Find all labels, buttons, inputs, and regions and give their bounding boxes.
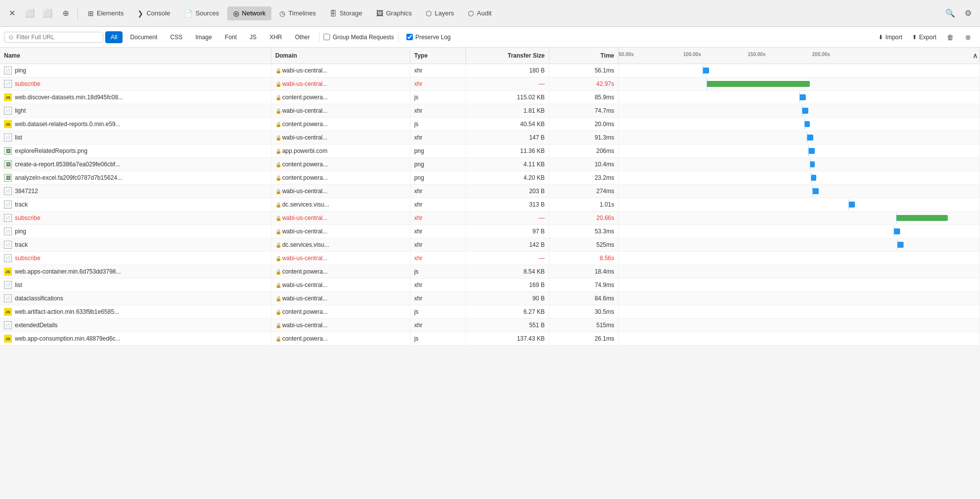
table-row[interactable]: JS web.apps-container.min.6d753dd3798...… — [0, 265, 980, 279]
cell-time: 85.9ms — [549, 91, 618, 104]
settings-button[interactable]: ⚙ — [960, 5, 976, 21]
domain-text: wabi-us-central... — [282, 134, 327, 141]
table-row[interactable]: 📄 subscribe 🔒wabi-us-central... xhr — 20… — [0, 212, 980, 225]
lock-icon: 🔒 — [275, 68, 281, 73]
cell-type: png — [410, 144, 465, 158]
tab-storage[interactable]: 🗄 Storage — [324, 6, 368, 20]
filter-css[interactable]: CSS — [165, 31, 188, 43]
tab-sources[interactable]: 📄 Sources — [178, 6, 225, 20]
cell-domain: 🔒content.powera... — [271, 158, 410, 171]
table-row[interactable]: 📄 dataclassifications 🔒wabi-us-central..… — [0, 292, 980, 305]
domain-text: content.powera... — [282, 121, 328, 128]
filter-js[interactable]: JS — [244, 31, 262, 43]
tab-console[interactable]: ❯ Console — [131, 6, 176, 20]
preserve-log-label[interactable]: Preserve Log — [402, 32, 455, 43]
row-name-text: extendedDetails — [15, 322, 58, 329]
cell-time: 30.5ms — [549, 305, 618, 319]
cell-timeline — [618, 158, 980, 171]
cell-time: 20.0ms — [549, 118, 618, 131]
timeline-bar-container — [619, 226, 877, 237]
cell-time: 42.97s — [549, 77, 618, 91]
export-button[interactable]: ⬆ Export — [908, 32, 940, 43]
row-name-text: ping — [15, 67, 26, 74]
table-row[interactable]: 📄 track 🔒dc.services.visu... xhr 313 B 1… — [0, 198, 980, 212]
header-name[interactable]: Name — [0, 48, 271, 64]
table-row[interactable]: 📄 track 🔒dc.services.visu... xhr 142 B 5… — [0, 238, 980, 252]
tab-network[interactable]: ◎ Network — [227, 6, 272, 20]
cell-type: js — [410, 305, 465, 319]
table-row[interactable]: 🖼 exploreRelatedReports.png 🔒app.powerbi… — [0, 144, 980, 158]
table-row[interactable]: 🖼 analyzeIn-excel.fa209fc0787d7b15624...… — [0, 171, 980, 185]
header-type[interactable]: Type — [410, 48, 465, 64]
filterbar: ⊙ All Document CSS Image Font JS XHR Oth… — [0, 27, 980, 48]
timeline-bar-container — [619, 78, 877, 89]
tab-timelines[interactable]: ◷ Timelines — [273, 6, 322, 20]
cell-type: js — [410, 332, 465, 346]
filter-input[interactable] — [16, 34, 99, 41]
target-button[interactable]: ⊕ — [58, 5, 73, 21]
timeline-tick-line — [849, 199, 849, 210]
group-media-checkbox[interactable] — [324, 34, 330, 40]
cell-name: JS web.discover-datasets.min.18d945fc08.… — [0, 91, 271, 104]
cell-domain: 🔒content.powera... — [271, 118, 410, 131]
table-row[interactable]: 📄 ping 🔒wabi-us-central... xhr 97 B 53.3… — [0, 225, 980, 238]
table-row[interactable]: 📄 list 🔒wabi-us-central... xhr 147 B 91.… — [0, 131, 980, 144]
preserve-log-checkbox[interactable] — [406, 34, 413, 40]
table-row[interactable]: JS web.artifact-action.min.633f9b1e6585.… — [0, 305, 980, 319]
table-row[interactable]: 📄 subscribe 🔒wabi-us-central... xhr — 8.… — [0, 252, 980, 265]
cell-time: 18.4ms — [549, 265, 618, 279]
tab-elements[interactable]: ⊞ Elements — [82, 6, 130, 20]
timeline-label-100: 100.00s — [683, 52, 701, 57]
table-row[interactable]: JS web.dataset-related-reports.0.min.e59… — [0, 118, 980, 131]
tab-audit[interactable]: ⬡ Audit — [462, 6, 498, 20]
filter-all[interactable]: All — [105, 31, 123, 43]
close-button[interactable]: ✕ — [4, 5, 20, 21]
table-row[interactable]: 📄 light 🔒wabi-us-central... xhr 1.81 KB … — [0, 104, 980, 118]
table-row[interactable]: 📄 3847212 🔒wabi-us-central... xhr 203 B … — [0, 185, 980, 198]
search-button[interactable]: 🔍 — [942, 5, 958, 21]
import-button[interactable]: ⬇ Import — [874, 32, 906, 43]
cell-type: xhr — [410, 279, 465, 292]
timeline-bar — [804, 121, 809, 127]
timeline-label-50: 50.00s — [619, 52, 634, 57]
table-container[interactable]: Name Domain Type Transfer Size Time — [0, 48, 980, 499]
filter-image[interactable]: Image — [190, 31, 217, 43]
lock-icon: 🔒 — [275, 242, 281, 248]
table-row[interactable]: 📄 list 🔒wabi-us-central... xhr 169 B 74.… — [0, 279, 980, 292]
lock-icon: 🔒 — [275, 135, 281, 141]
clear-button[interactable]: 🗑 — [942, 29, 958, 45]
cell-size: 4.11 KB — [465, 158, 549, 171]
table-row[interactable]: 📄 subscribe 🔒wabi-us-central... xhr — 42… — [0, 77, 980, 91]
group-media-label[interactable]: Group Media Requests — [324, 34, 393, 41]
cell-timeline — [618, 332, 980, 346]
filter-icon: ⊙ — [8, 34, 13, 41]
collapse-arrow[interactable]: ∧ — [973, 52, 978, 60]
filter-document[interactable]: Document — [125, 31, 163, 43]
dock-button[interactable]: ⬜ — [40, 5, 56, 21]
table-row[interactable]: 🖼 create-a-report.85386a7ea029fe06cbf...… — [0, 158, 980, 171]
header-domain[interactable]: Domain — [271, 48, 410, 64]
filter-other[interactable]: Other — [289, 31, 315, 43]
table-row[interactable]: 📄 ping 🔒wabi-us-central... xhr 180 B 56.… — [0, 64, 980, 77]
timeline-bar-container — [619, 266, 877, 277]
filter-divider-2 — [398, 32, 398, 42]
cell-name: 📄 subscribe — [0, 212, 271, 225]
tab-graphics[interactable]: 🖼 Graphics — [370, 6, 418, 20]
table-row[interactable]: JS web.app-consumption.min.48879ed6c... … — [0, 332, 980, 346]
cell-size: — — [465, 212, 549, 225]
timeline-bar-container — [619, 172, 877, 183]
timeline-tick-line — [897, 239, 898, 250]
filter2-button[interactable]: ⊗ — [960, 29, 976, 45]
cell-timeline — [618, 265, 980, 279]
filter-font[interactable]: Font — [219, 31, 242, 43]
table-row[interactable]: 📄 extendedDetails 🔒wabi-us-central... xh… — [0, 319, 980, 332]
tab-layers[interactable]: ⬡ Layers — [420, 6, 460, 20]
header-time[interactable]: Time — [549, 48, 618, 64]
header-size[interactable]: Transfer Size — [465, 48, 549, 64]
table-row[interactable]: JS web.discover-datasets.min.18d945fc08.… — [0, 91, 980, 104]
timeline-header: 50.00s 100.00s 150.00s 200.00s ∧ — [619, 48, 980, 64]
split-button[interactable]: ⬜ — [22, 5, 38, 21]
filter-xhr[interactable]: XHR — [264, 31, 287, 43]
js-icon: JS — [4, 335, 12, 343]
row-name-text: web.apps-container.min.6d753dd3798... — [15, 268, 121, 275]
